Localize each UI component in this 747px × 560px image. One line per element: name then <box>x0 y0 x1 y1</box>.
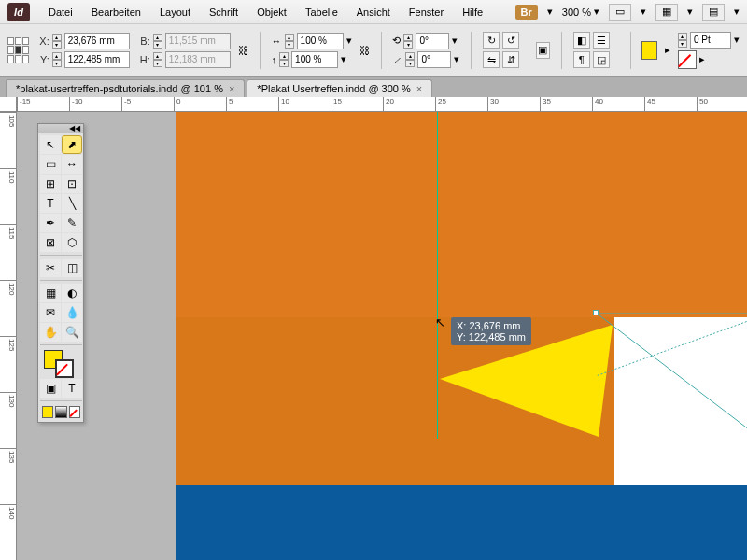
panel-header[interactable]: ◀◀ <box>38 124 83 133</box>
shear-angle-input[interactable] <box>417 51 451 68</box>
stroke-swatch[interactable] <box>55 359 74 378</box>
chevron-right-icon[interactable]: ▸ <box>665 44 670 56</box>
document-canvas[interactable]: ↖ X: 23,676 mm Y: 122,485 mm <box>17 112 747 560</box>
document-tab[interactable]: *plakat-usertreffen-psdtutorials.indd @ … <box>6 79 245 97</box>
page-tool[interactable]: ▭ <box>40 155 61 174</box>
height-input[interactable] <box>165 51 231 68</box>
chevron-right-icon[interactable]: ▸ <box>699 53 705 65</box>
menu-window[interactable]: Fenster <box>400 3 453 21</box>
apply-none-icon[interactable] <box>69 406 80 418</box>
gap-tool[interactable]: ↔ <box>62 155 82 174</box>
arrange-button[interactable]: ▦ <box>655 4 678 21</box>
corner-options-icon[interactable]: ◲ <box>593 51 610 68</box>
scale-x-spinner[interactable]: ▴▾ <box>285 34 294 49</box>
content-placer-tool[interactable]: ⊡ <box>62 175 82 193</box>
gradient-feather-tool[interactable]: ◐ <box>62 284 82 302</box>
stroke-weight-spinner[interactable]: ▴▾ <box>678 33 687 48</box>
eyedropper-tool[interactable]: 💧 <box>62 303 82 322</box>
selection-handle[interactable] <box>593 310 599 315</box>
apply-gradient-icon[interactable] <box>55 406 66 418</box>
bridge-button[interactable]: Br <box>515 5 538 20</box>
screen-mode-button[interactable]: ▭ <box>609 4 631 21</box>
menu-bar: Id Datei Bearbeiten Layout Schrift Objek… <box>0 0 747 24</box>
gradient-swatch-tool[interactable]: ▦ <box>40 284 61 302</box>
flip-horizontal-icon[interactable]: ⇋ <box>483 51 500 68</box>
width-input[interactable] <box>165 33 231 49</box>
horizontal-ruler[interactable]: -15-10-505101520253035404550 <box>17 97 747 112</box>
fill-stroke-proxy[interactable] <box>40 348 82 378</box>
vertical-ruler[interactable]: 105110115120125130135140 <box>0 112 17 560</box>
y-spinner[interactable]: ▴▾ <box>52 52 62 67</box>
rectangle-frame-tool[interactable]: ⊠ <box>40 233 61 252</box>
rotation-angle-input[interactable] <box>416 33 449 49</box>
reference-point-proxy[interactable] <box>7 37 29 63</box>
select-container-icon[interactable]: ▣ <box>536 42 550 59</box>
stroke-weight-input[interactable] <box>690 32 731 49</box>
rotate-90-cw-icon[interactable]: ↻ <box>483 32 500 49</box>
chevron-down-icon[interactable]: ▾ <box>341 53 346 65</box>
orange-rectangle-top[interactable] <box>176 112 747 317</box>
fill-color-swatch[interactable] <box>641 41 657 60</box>
chevron-down-icon[interactable]: ▾ <box>454 53 459 65</box>
x-position-input[interactable] <box>64 33 130 49</box>
menu-type[interactable]: Schrift <box>200 3 247 21</box>
flip-vertical-icon[interactable]: ⇵ <box>502 51 519 68</box>
menu-file[interactable]: Datei <box>39 3 82 21</box>
chevron-down-icon[interactable]: ▾ <box>641 6 646 18</box>
hand-tool[interactable]: ✋ <box>40 323 61 342</box>
document-tab[interactable]: *Plakat Usertreffen.indd @ 300 % × <box>247 79 432 97</box>
rectangle-tool[interactable]: ⬡ <box>62 233 82 252</box>
menu-table[interactable]: Tabelle <box>296 3 347 21</box>
chevron-down-icon[interactable]: ▾ <box>734 34 740 46</box>
close-icon[interactable]: × <box>229 83 234 94</box>
menu-edit[interactable]: Bearbeiten <box>82 3 150 21</box>
pen-tool[interactable]: ✒ <box>40 214 61 232</box>
pencil-tool[interactable]: ✎ <box>62 214 82 232</box>
height-spinner[interactable]: ▴▾ <box>153 52 162 67</box>
vertical-guide[interactable] <box>437 112 438 439</box>
align-icon[interactable]: ☰ <box>593 32 610 49</box>
line-tool[interactable]: ╲ <box>62 194 82 213</box>
free-transform-tool[interactable]: ◫ <box>62 259 82 277</box>
chevron-down-icon[interactable]: ▾ <box>547 6 553 18</box>
x-spinner[interactable]: ▴▾ <box>52 34 62 49</box>
direct-selection-tool[interactable]: ⬈ <box>62 135 82 154</box>
scale-x-input[interactable] <box>297 33 344 49</box>
zoom-level-dropdown[interactable]: 300 % ▾ <box>562 6 599 18</box>
stroke-color-swatch[interactable] <box>678 50 697 69</box>
note-tool[interactable]: ✉ <box>40 303 61 322</box>
pathfinder-icon[interactable]: ◧ <box>573 32 590 49</box>
close-icon[interactable]: × <box>416 83 422 94</box>
ruler-origin[interactable] <box>0 97 17 112</box>
formatting-text-icon[interactable]: T <box>62 379 82 398</box>
shear-spinner[interactable]: ▴▾ <box>405 52 415 67</box>
menu-help[interactable]: Hilfe <box>453 3 492 21</box>
selection-tool[interactable]: ↖ <box>40 135 61 154</box>
formatting-container-icon[interactable]: ▣ <box>40 379 61 398</box>
chevron-down-icon[interactable]: ▾ <box>346 35 352 47</box>
menu-layout[interactable]: Layout <box>150 3 200 21</box>
width-spinner[interactable]: ▴▾ <box>153 34 162 49</box>
constrain-scale-icon[interactable]: ⛓ <box>359 45 370 56</box>
text-wrap-icon[interactable]: ¶ <box>573 51 590 68</box>
scissors-tool[interactable]: ✂ <box>40 259 61 277</box>
apply-color-icon[interactable] <box>42 406 53 418</box>
workspace-button[interactable]: ▤ <box>702 4 725 21</box>
ruler-tick: 135 <box>0 448 16 463</box>
menu-view[interactable]: Ansicht <box>347 3 400 21</box>
y-position-input[interactable] <box>64 51 130 68</box>
rotate-90-ccw-icon[interactable]: ↺ <box>502 32 519 49</box>
chevron-down-icon[interactable]: ▾ <box>452 35 458 47</box>
scale-y-input[interactable] <box>291 51 338 68</box>
blue-rectangle[interactable] <box>176 485 747 560</box>
scale-y-spinner[interactable]: ▴▾ <box>279 52 289 67</box>
rotate-spinner[interactable]: ▴▾ <box>403 34 413 49</box>
content-collector-tool[interactable]: ⊞ <box>40 175 61 193</box>
chevron-down-icon[interactable]: ▾ <box>734 6 740 18</box>
type-tool[interactable]: T <box>40 194 61 213</box>
collapse-icon[interactable]: ◀◀ <box>69 124 80 133</box>
chevron-down-icon[interactable]: ▾ <box>687 6 693 18</box>
constrain-proportions-icon[interactable]: ⛓ <box>238 45 248 56</box>
zoom-tool[interactable]: 🔍 <box>62 323 82 342</box>
menu-object[interactable]: Objekt <box>247 3 296 21</box>
